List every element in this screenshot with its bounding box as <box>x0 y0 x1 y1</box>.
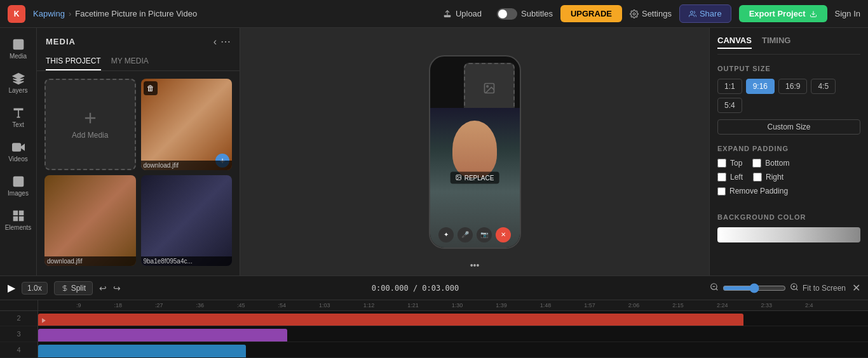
size-btn-5-4[interactable]: 5:4 <box>717 98 742 113</box>
remove-padding-input[interactable] <box>717 187 726 196</box>
track-label-3: 3 <box>0 326 37 342</box>
brand-link[interactable]: Kapwing <box>33 9 65 18</box>
media-panel-title: MEDIA <box>46 37 76 46</box>
topbar-title: Kapwing › Facetime Picture in Picture Vi… <box>33 9 197 18</box>
collapse-panel-button[interactable]: ‹ <box>214 36 217 48</box>
upgrade-button[interactable]: UPGRADE <box>560 5 622 22</box>
expand-padding-label: EXPAND PADDING <box>717 145 860 152</box>
svg-line-25 <box>716 289 718 291</box>
effects-button[interactable]: ✦ <box>438 227 454 242</box>
sidebar-item-text[interactable]: Text <box>2 102 35 133</box>
track-item-video[interactable] <box>38 314 743 327</box>
camera-button[interactable]: 📷 <box>477 227 492 242</box>
size-btn-16-9[interactable]: 16:9 <box>778 79 807 94</box>
ruler-mark: 1:30 <box>452 302 463 308</box>
svg-point-12 <box>15 179 17 181</box>
expand-padding-section: EXPAND PADDING Top Bottom Left R <box>717 145 860 206</box>
fit-to-screen-button[interactable]: Fit to Screen <box>803 284 846 293</box>
svg-point-22 <box>458 176 458 176</box>
media-item[interactable]: download.jfif <box>44 175 136 267</box>
canvas-more-button[interactable]: ••• <box>470 260 480 270</box>
bg-color-label: BACKGROUND COLOR <box>717 213 860 221</box>
padding-right-checkbox[interactable]: Right <box>753 173 783 182</box>
zoom-out-button[interactable] <box>710 282 719 293</box>
track-row-2[interactable] <box>38 311 868 327</box>
media-item[interactable]: 🗑 + download.jfif <box>141 79 233 170</box>
speed-selector[interactable]: 1.0x <box>22 282 48 295</box>
track-item-img1[interactable] <box>38 329 287 342</box>
track-row-3[interactable] <box>38 326 868 342</box>
track-item-img2[interactable] <box>38 345 246 358</box>
phone-controls: ✦ 🎤 📷 ✕ <box>430 227 520 242</box>
close-timeline-button[interactable]: ✕ <box>852 282 860 294</box>
tab-canvas[interactable]: CANVAS <box>717 36 752 49</box>
svg-point-5 <box>15 42 17 44</box>
topbar: K Kapwing › Facetime Picture in Picture … <box>0 0 868 28</box>
subtitles-switch[interactable] <box>497 8 517 20</box>
end-call-button[interactable]: ✕ <box>496 227 511 242</box>
media-grid: Add Media 🗑 + download.jfif download.jfi… <box>37 71 240 274</box>
ruler-mark: :54 <box>278 302 287 308</box>
sidebar-item-media[interactable]: Media <box>2 33 35 65</box>
split-button[interactable]: Split <box>54 281 93 295</box>
svg-rect-14 <box>19 211 23 215</box>
sidebar-item-layers[interactable]: Layers <box>2 67 35 99</box>
zoom-slider[interactable] <box>722 283 786 293</box>
svg-rect-10 <box>12 143 20 151</box>
svg-point-1 <box>633 13 635 15</box>
time-display: 0:00.000 / 0:03.000 <box>127 284 703 293</box>
size-btn-1-1[interactable]: 1:1 <box>717 79 742 94</box>
settings-button[interactable]: Settings <box>630 9 672 18</box>
right-panel: CANVAS TIMING OUTPUT SIZE 1:1 9:16 16:9 … <box>709 28 868 275</box>
upload-button[interactable]: Upload <box>435 5 489 22</box>
padding-left-input[interactable] <box>717 173 726 182</box>
replace-overlay[interactable]: REPLACE <box>451 171 499 183</box>
tab-this-project[interactable]: THIS PROJECT <box>46 53 101 70</box>
media-delete-button[interactable]: 🗑 <box>144 81 158 95</box>
right-panel-tabs: CANVAS TIMING <box>717 36 860 55</box>
remove-padding-checkbox[interactable]: Remove Padding <box>717 187 860 196</box>
sidebar-item-elements[interactable]: Elements <box>2 204 35 236</box>
ruler-mark: :27 <box>155 302 163 308</box>
ruler-mark: 2:33 <box>761 302 772 308</box>
media-item[interactable]: 9ba1e8f095a4c... <box>141 175 233 267</box>
undo-button[interactable]: ↩ <box>99 283 107 293</box>
subtitles-toggle[interactable]: Subtitles <box>497 8 553 20</box>
padding-left-checkbox[interactable]: Left <box>717 173 743 182</box>
more-options-button[interactable]: ⋯ <box>220 36 231 48</box>
padding-bottom-checkbox[interactable]: Bottom <box>752 159 789 168</box>
tab-my-media[interactable]: MY MEDIA <box>111 53 149 70</box>
zoom-in-button[interactable] <box>790 282 799 293</box>
play-button[interactable]: ▶ <box>8 282 15 294</box>
size-btn-9-16[interactable]: 9:16 <box>746 79 775 94</box>
redo-button[interactable]: ↪ <box>113 283 121 293</box>
timeline: ▶ 1.0x Split ↩ ↪ 0:00.000 / 0:03.000 Fit… <box>0 275 868 358</box>
track-content: :9:18:27:36:45:541:031:121:211:301:391:4… <box>38 300 868 358</box>
svg-rect-13 <box>13 211 17 215</box>
export-button[interactable]: Export Project <box>739 5 827 22</box>
signin-button[interactable]: Sign In <box>835 9 860 18</box>
sidebar-item-images[interactable]: Images <box>2 170 35 202</box>
padding-bottom-input[interactable] <box>752 159 761 168</box>
svg-marker-31 <box>42 318 46 323</box>
track-label-4: 4 <box>0 342 37 358</box>
track-labels: 2 3 4 <box>0 300 38 358</box>
track-row-4[interactable] <box>38 342 868 358</box>
canvas-area[interactable]: REPLACE ✦ 🎤 📷 ✕ ••• <box>240 28 709 275</box>
media-panel: MEDIA ‹ ⋯ THIS PROJECT MY MEDIA Add Medi… <box>37 28 240 275</box>
add-media-button[interactable]: Add Media <box>44 79 136 170</box>
svg-point-2 <box>690 11 693 13</box>
padding-top-input[interactable] <box>717 159 726 168</box>
bg-color-picker[interactable] <box>717 227 860 242</box>
mute-button[interactable]: 🎤 <box>458 227 473 242</box>
ruler-mark: 1:12 <box>363 302 375 308</box>
padding-top-checkbox[interactable]: Top <box>717 159 742 168</box>
custom-size-button[interactable]: Custom Size <box>717 119 860 135</box>
share-button[interactable]: Share <box>679 4 731 23</box>
output-size-label: OUTPUT SIZE <box>717 65 860 72</box>
ruler-mark: :18 <box>114 302 123 308</box>
size-btn-4-5[interactable]: 4:5 <box>811 79 836 94</box>
sidebar-item-videos[interactable]: Videos <box>2 136 35 168</box>
tab-timing[interactable]: TIMING <box>762 36 791 49</box>
padding-right-input[interactable] <box>753 173 762 182</box>
